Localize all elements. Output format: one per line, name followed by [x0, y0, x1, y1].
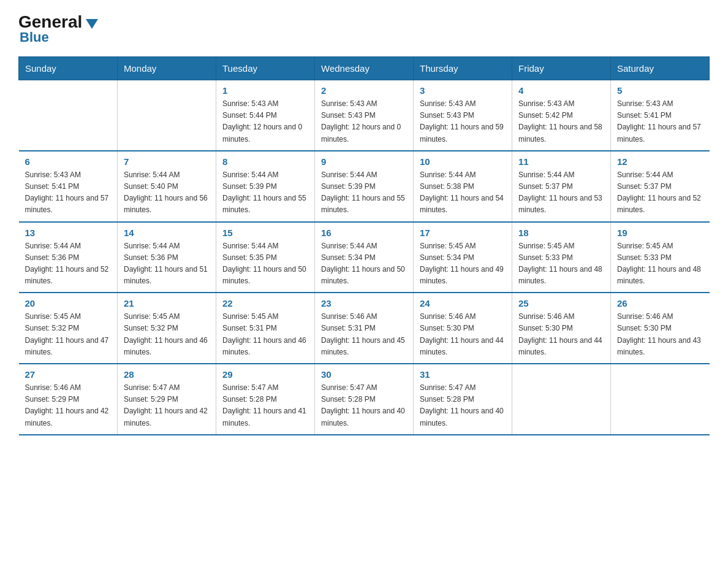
day-info: Sunrise: 5:43 AMSunset: 5:41 PMDaylight:…: [25, 169, 112, 216]
calendar-cell: 16Sunrise: 5:44 AMSunset: 5:34 PMDayligh…: [315, 222, 414, 293]
day-info: Sunrise: 5:44 AMSunset: 5:37 PMDaylight:…: [518, 169, 604, 216]
day-number: 14: [124, 228, 210, 238]
header-cell-tuesday: Tuesday: [216, 57, 315, 80]
day-number: 22: [222, 298, 308, 308]
header-row: SundayMondayTuesdayWednesdayThursdayFrid…: [19, 57, 710, 80]
day-number: 23: [321, 298, 407, 308]
calendar-cell: 7Sunrise: 5:44 AMSunset: 5:40 PMDaylight…: [118, 151, 216, 222]
calendar-cell: 23Sunrise: 5:46 AMSunset: 5:31 PMDayligh…: [315, 293, 414, 364]
day-info: Sunrise: 5:47 AMSunset: 5:28 PMDaylight:…: [321, 382, 407, 429]
calendar-week-1: 1Sunrise: 5:43 AMSunset: 5:44 PMDaylight…: [19, 80, 710, 151]
calendar-week-4: 20Sunrise: 5:45 AMSunset: 5:32 PMDayligh…: [19, 293, 710, 364]
calendar-cell: 13Sunrise: 5:44 AMSunset: 5:36 PMDayligh…: [19, 222, 118, 293]
calendar-cell: [512, 364, 611, 435]
calendar-cell: 15Sunrise: 5:44 AMSunset: 5:35 PMDayligh…: [216, 222, 315, 293]
day-info: Sunrise: 5:44 AMSunset: 5:34 PMDaylight:…: [321, 240, 407, 288]
day-number: 24: [420, 298, 506, 308]
day-number: 28: [124, 369, 210, 380]
day-info: Sunrise: 5:46 AMSunset: 5:30 PMDaylight:…: [420, 311, 506, 358]
header-cell-saturday: Saturday: [611, 57, 710, 80]
day-info: Sunrise: 5:45 AMSunset: 5:32 PMDaylight:…: [124, 311, 210, 358]
calendar-cell: 18Sunrise: 5:45 AMSunset: 5:33 PMDayligh…: [512, 222, 611, 293]
day-info: Sunrise: 5:44 AMSunset: 5:39 PMDaylight:…: [321, 169, 407, 216]
day-info: Sunrise: 5:46 AMSunset: 5:31 PMDaylight:…: [321, 311, 407, 358]
day-number: 21: [124, 298, 210, 308]
day-number: 6: [25, 156, 112, 167]
calendar-cell: 10Sunrise: 5:44 AMSunset: 5:38 PMDayligh…: [414, 151, 512, 222]
header-cell-monday: Monday: [118, 57, 216, 80]
calendar-cell: [118, 80, 216, 151]
day-info: Sunrise: 5:45 AMSunset: 5:33 PMDaylight:…: [518, 240, 604, 288]
day-number: 25: [518, 298, 604, 308]
logo: General Blue: [18, 12, 98, 45]
day-number: 20: [25, 298, 112, 308]
day-info: Sunrise: 5:47 AMSunset: 5:28 PMDaylight:…: [420, 382, 506, 429]
calendar-cell: 9Sunrise: 5:44 AMSunset: 5:39 PMDaylight…: [315, 151, 414, 222]
day-info: Sunrise: 5:47 AMSunset: 5:29 PMDaylight:…: [124, 382, 210, 429]
day-number: 30: [321, 369, 407, 380]
day-info: Sunrise: 5:43 AMSunset: 5:42 PMDaylight:…: [518, 98, 604, 145]
day-number: 4: [518, 85, 604, 96]
calendar-cell: 21Sunrise: 5:45 AMSunset: 5:32 PMDayligh…: [118, 293, 216, 364]
day-info: Sunrise: 5:46 AMSunset: 5:29 PMDaylight:…: [25, 382, 112, 429]
calendar-cell: 4Sunrise: 5:43 AMSunset: 5:42 PMDaylight…: [512, 80, 611, 151]
day-info: Sunrise: 5:43 AMSunset: 5:44 PMDaylight:…: [222, 98, 308, 145]
header-cell-sunday: Sunday: [19, 57, 118, 80]
calendar-cell: 14Sunrise: 5:44 AMSunset: 5:36 PMDayligh…: [118, 222, 216, 293]
calendar-cell: 17Sunrise: 5:45 AMSunset: 5:34 PMDayligh…: [414, 222, 512, 293]
day-number: 5: [617, 85, 703, 96]
day-number: 11: [518, 156, 604, 167]
calendar-cell: 8Sunrise: 5:44 AMSunset: 5:39 PMDaylight…: [216, 151, 315, 222]
calendar-cell: 19Sunrise: 5:45 AMSunset: 5:33 PMDayligh…: [611, 222, 710, 293]
day-number: 15: [222, 228, 308, 238]
day-number: 27: [25, 369, 112, 380]
day-info: Sunrise: 5:45 AMSunset: 5:31 PMDaylight:…: [222, 311, 308, 358]
calendar-cell: 11Sunrise: 5:44 AMSunset: 5:37 PMDayligh…: [512, 151, 611, 222]
calendar-week-3: 13Sunrise: 5:44 AMSunset: 5:36 PMDayligh…: [19, 222, 710, 293]
calendar-week-2: 6Sunrise: 5:43 AMSunset: 5:41 PMDaylight…: [19, 151, 710, 222]
day-info: Sunrise: 5:44 AMSunset: 5:39 PMDaylight:…: [222, 169, 308, 216]
day-number: 12: [617, 156, 703, 167]
calendar-cell: 3Sunrise: 5:43 AMSunset: 5:43 PMDaylight…: [414, 80, 512, 151]
day-info: Sunrise: 5:44 AMSunset: 5:36 PMDaylight:…: [25, 240, 112, 288]
calendar-cell: 29Sunrise: 5:47 AMSunset: 5:28 PMDayligh…: [216, 364, 315, 435]
day-info: Sunrise: 5:43 AMSunset: 5:43 PMDaylight:…: [420, 98, 506, 145]
day-info: Sunrise: 5:46 AMSunset: 5:30 PMDaylight:…: [518, 311, 604, 358]
calendar-cell: 1Sunrise: 5:43 AMSunset: 5:44 PMDaylight…: [216, 80, 315, 151]
calendar-cell: 25Sunrise: 5:46 AMSunset: 5:30 PMDayligh…: [512, 293, 611, 364]
day-number: 31: [420, 369, 506, 380]
header-cell-friday: Friday: [512, 57, 611, 80]
calendar-cell: 22Sunrise: 5:45 AMSunset: 5:31 PMDayligh…: [216, 293, 315, 364]
calendar-cell: 6Sunrise: 5:43 AMSunset: 5:41 PMDaylight…: [19, 151, 118, 222]
day-number: 13: [25, 228, 112, 238]
logo-blue-text: Blue: [20, 29, 49, 45]
day-info: Sunrise: 5:43 AMSunset: 5:41 PMDaylight:…: [617, 98, 703, 145]
day-info: Sunrise: 5:46 AMSunset: 5:30 PMDaylight:…: [617, 311, 703, 358]
day-info: Sunrise: 5:44 AMSunset: 5:37 PMDaylight:…: [617, 169, 703, 216]
day-info: Sunrise: 5:44 AMSunset: 5:40 PMDaylight:…: [124, 169, 210, 216]
header-cell-wednesday: Wednesday: [315, 57, 414, 80]
calendar-header: SundayMondayTuesdayWednesdayThursdayFrid…: [19, 57, 710, 80]
calendar-cell: 24Sunrise: 5:46 AMSunset: 5:30 PMDayligh…: [414, 293, 512, 364]
calendar-week-5: 27Sunrise: 5:46 AMSunset: 5:29 PMDayligh…: [19, 364, 710, 435]
calendar-cell: 2Sunrise: 5:43 AMSunset: 5:43 PMDaylight…: [315, 80, 414, 151]
calendar-cell: 5Sunrise: 5:43 AMSunset: 5:41 PMDaylight…: [611, 80, 710, 151]
day-number: 10: [420, 156, 506, 167]
day-info: Sunrise: 5:45 AMSunset: 5:34 PMDaylight:…: [420, 240, 506, 288]
day-info: Sunrise: 5:44 AMSunset: 5:35 PMDaylight:…: [222, 240, 308, 288]
calendar-cell: [19, 80, 118, 151]
calendar-cell: 12Sunrise: 5:44 AMSunset: 5:37 PMDayligh…: [611, 151, 710, 222]
day-number: 8: [222, 156, 308, 167]
day-info: Sunrise: 5:45 AMSunset: 5:32 PMDaylight:…: [25, 311, 112, 358]
day-info: Sunrise: 5:45 AMSunset: 5:33 PMDaylight:…: [617, 240, 703, 288]
calendar-cell: 26Sunrise: 5:46 AMSunset: 5:30 PMDayligh…: [611, 293, 710, 364]
day-number: 9: [321, 156, 407, 167]
day-number: 26: [617, 298, 703, 308]
calendar-cell: 27Sunrise: 5:46 AMSunset: 5:29 PMDayligh…: [19, 364, 118, 435]
day-number: 29: [222, 369, 308, 380]
day-number: 19: [617, 228, 703, 238]
calendar-cell: 20Sunrise: 5:45 AMSunset: 5:32 PMDayligh…: [19, 293, 118, 364]
day-info: Sunrise: 5:43 AMSunset: 5:43 PMDaylight:…: [321, 98, 407, 145]
day-number: 7: [124, 156, 210, 167]
day-number: 17: [420, 228, 506, 238]
